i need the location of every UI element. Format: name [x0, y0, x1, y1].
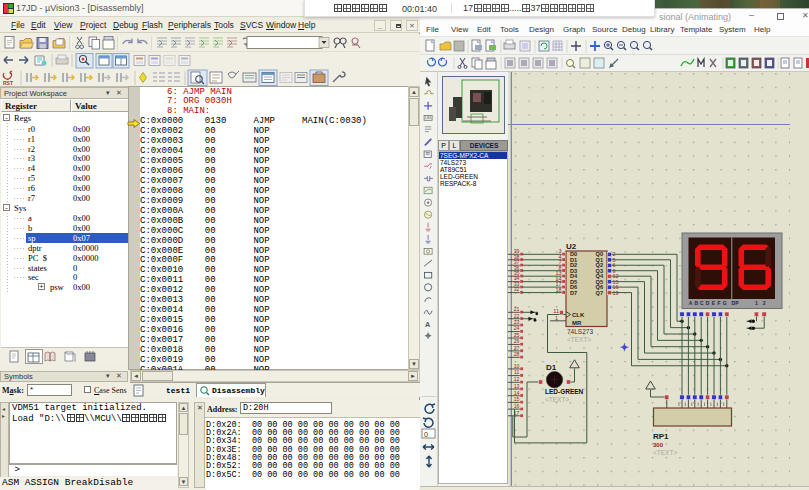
- svg-text:25: 25: [514, 332, 520, 338]
- svg-text:MR: MR: [572, 320, 582, 326]
- svg-text:0: 0: [424, 431, 428, 438]
- svg-text:12: 12: [514, 376, 520, 382]
- svg-text:13: 13: [514, 383, 520, 389]
- svg-text:14: 14: [514, 390, 520, 396]
- svg-text:<TEXT>: <TEXT>: [567, 336, 591, 343]
- svg-text:F: F: [717, 300, 720, 306]
- svg-text:D: D: [706, 300, 710, 306]
- svg-text:11: 11: [553, 308, 559, 314]
- svg-text:22: 22: [514, 313, 520, 319]
- svg-text:11: 11: [514, 369, 519, 375]
- svg-text:D1: D1: [546, 363, 557, 372]
- svg-text:24: 24: [514, 325, 520, 331]
- svg-text:27: 27: [514, 345, 520, 351]
- svg-text:18: 18: [555, 287, 561, 293]
- svg-text:16: 16: [514, 403, 520, 409]
- svg-text:<TEXT>: <TEXT>: [545, 396, 569, 403]
- svg-text:21: 21: [514, 306, 520, 312]
- svg-text:CLK: CLK: [572, 312, 585, 318]
- svg-text:2: 2: [763, 300, 766, 306]
- svg-text:<TEXT>: <TEXT>: [653, 449, 677, 456]
- svg-text:74LS273: 74LS273: [567, 328, 593, 335]
- svg-text:26: 26: [514, 338, 520, 344]
- svg-text:1: 1: [755, 300, 758, 306]
- svg-text:LBL: LBL: [425, 116, 433, 121]
- svg-text:32: 32: [514, 286, 520, 292]
- svg-text:28: 28: [514, 351, 520, 357]
- svg-text:U2: U2: [566, 242, 577, 251]
- svg-text:10: 10: [514, 363, 520, 369]
- svg-text:B: B: [694, 300, 698, 306]
- svg-text:Q7: Q7: [596, 290, 603, 296]
- svg-text:DP: DP: [732, 300, 740, 306]
- svg-text:A: A: [425, 320, 430, 329]
- svg-text:C: C: [700, 300, 704, 306]
- svg-text:A: A: [689, 300, 693, 306]
- svg-text:G: G: [723, 300, 727, 306]
- svg-text:LED-GREEN: LED-GREEN: [545, 388, 584, 395]
- svg-text:1: 1: [555, 315, 558, 321]
- svg-text:300: 300: [653, 442, 664, 448]
- svg-text:RP1: RP1: [653, 432, 669, 441]
- svg-text:D7: D7: [570, 290, 577, 296]
- svg-text:23: 23: [514, 319, 520, 325]
- svg-text:15: 15: [514, 396, 520, 402]
- svg-text:RST: RST: [3, 80, 13, 86]
